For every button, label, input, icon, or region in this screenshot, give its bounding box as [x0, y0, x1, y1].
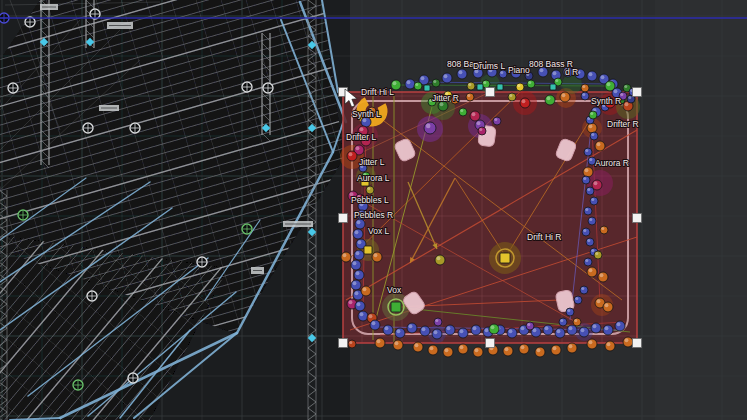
audio-object-dot[interactable]: [508, 93, 516, 101]
audio-object-dot[interactable]: [587, 71, 597, 81]
audio-object-dot[interactable]: [598, 272, 608, 282]
audio-object-dot[interactable]: [407, 323, 417, 333]
audio-object-dot[interactable]: [355, 301, 365, 311]
audio-object-dot[interactable]: [526, 322, 534, 330]
audio-object-dot[interactable]: [623, 337, 633, 347]
selection-handle[interactable]: [486, 339, 495, 348]
selection-handle[interactable]: [633, 339, 642, 348]
audio-object-dot[interactable]: [358, 311, 368, 321]
audio-object-dot[interactable]: [497, 84, 503, 90]
audio-object-dot[interactable]: [413, 342, 423, 352]
audio-object-dot[interactable]: [432, 79, 440, 87]
audio-object-dot[interactable]: [595, 141, 605, 151]
audio-object-dot[interactable]: [499, 70, 507, 78]
audio-object-dot[interactable]: [445, 325, 455, 335]
audio-object-dot[interactable]: [584, 148, 592, 156]
audio-object-dot[interactable]: [520, 98, 530, 108]
audio-object-dot[interactable]: [457, 69, 467, 79]
audio-object-dot[interactable]: [581, 92, 589, 100]
audio-object-dot[interactable]: [587, 339, 597, 349]
audio-object-dot[interactable]: [458, 328, 468, 338]
audio-object-dot[interactable]: [589, 111, 597, 119]
audio-object-dot[interactable]: [420, 326, 430, 336]
audio-object-dot[interactable]: [603, 302, 613, 312]
audio-object-dot[interactable]: [477, 84, 483, 90]
selection-handle[interactable]: [339, 214, 348, 223]
audio-object-dot[interactable]: [600, 226, 608, 234]
audio-object-dot[interactable]: [516, 83, 524, 91]
selection-handle[interactable]: [633, 88, 642, 97]
audio-object-dot[interactable]: [590, 197, 598, 205]
audio-object-dot[interactable]: [353, 229, 363, 239]
audio-object-dot[interactable]: [375, 338, 385, 348]
audio-object-dot[interactable]: [383, 325, 393, 335]
audio-object-dot[interactable]: [372, 252, 382, 262]
audio-object-dot[interactable]: [527, 80, 535, 88]
audio-object-dot[interactable]: [467, 82, 475, 90]
audio-object-dot[interactable]: [466, 93, 474, 101]
audio-object-dot[interactable]: [473, 347, 483, 357]
audio-object-dot[interactable]: [458, 344, 468, 354]
audio-object-dot[interactable]: [574, 296, 582, 304]
audio-object-dot[interactable]: [545, 95, 555, 105]
audio-object-dot[interactable]: [354, 270, 364, 280]
selection-handle[interactable]: [486, 88, 495, 97]
audio-object-dot[interactable]: [591, 323, 601, 333]
audio-object-dot[interactable]: [424, 85, 430, 91]
audio-object-dot[interactable]: [588, 217, 596, 225]
audio-object-dot[interactable]: [559, 318, 567, 326]
audio-object-dot[interactable]: [503, 346, 513, 356]
audio-object-dot[interactable]: [573, 318, 581, 326]
audio-object-dot[interactable]: [351, 260, 361, 270]
audio-object-dot[interactable]: [584, 258, 592, 266]
audio-object-dot[interactable]: [470, 111, 480, 121]
audio-object-dot[interactable]: [493, 117, 501, 125]
audio-object-dot[interactable]: [459, 108, 467, 116]
audio-object-dot[interactable]: [355, 219, 365, 229]
audio-object-dot[interactable]: [550, 84, 556, 90]
audio-object-dot[interactable]: [586, 238, 594, 246]
audio-object-dot[interactable]: [341, 252, 351, 262]
audio-object-dot[interactable]: [364, 246, 372, 254]
audio-object-dot[interactable]: [590, 132, 598, 140]
audio-object-dot[interactable]: [489, 324, 499, 334]
audio-object-dot[interactable]: [592, 180, 602, 190]
audio-object-dot[interactable]: [414, 82, 422, 90]
audio-object-dot[interactable]: [580, 286, 588, 294]
audio-object-dot[interactable]: [443, 347, 453, 357]
audio-object-dot[interactable]: [435, 255, 445, 265]
audio-object-dot[interactable]: [560, 92, 570, 102]
selection-handle[interactable]: [339, 339, 348, 348]
audio-object-dot[interactable]: [582, 176, 590, 184]
audio-object-dot[interactable]: [424, 122, 436, 134]
audio-object-dot[interactable]: [579, 327, 589, 337]
audio-object-dot[interactable]: [393, 340, 403, 350]
audio-object-dot[interactable]: [605, 341, 615, 351]
audio-object-dot[interactable]: [581, 84, 589, 92]
audio-object-dot[interactable]: [405, 79, 415, 89]
audio-object-dot[interactable]: [535, 347, 545, 357]
audio-object-dot[interactable]: [543, 325, 553, 335]
audio-object-dot[interactable]: [434, 318, 442, 326]
audio-object-dot[interactable]: [583, 167, 593, 177]
audio-object-dot[interactable]: [432, 329, 442, 339]
selection-handle[interactable]: [633, 214, 642, 223]
audio-object-dot[interactable]: [351, 280, 361, 290]
audio-object-dot[interactable]: [471, 325, 481, 335]
audio-object-dot[interactable]: [500, 253, 510, 263]
audio-object-dot[interactable]: [587, 267, 597, 277]
audio-object-dot[interactable]: [354, 250, 364, 260]
audio-object-dot[interactable]: [478, 127, 486, 135]
scene-svg[interactable]: 808 Bass LDrums LPiano808 Bass Rd RJitte…: [0, 0, 747, 420]
editor-canvas[interactable]: 808 Bass LDrums LPiano808 Bass Rd RJitte…: [0, 0, 747, 420]
audio-object-dot[interactable]: [566, 308, 574, 316]
audio-object-dot[interactable]: [551, 345, 561, 355]
audio-object-dot[interactable]: [594, 251, 602, 259]
audio-object-dot[interactable]: [603, 325, 613, 335]
audio-object-dot[interactable]: [391, 302, 401, 312]
audio-object-dot[interactable]: [582, 228, 590, 236]
audio-object-dot[interactable]: [361, 286, 371, 296]
audio-object-dot[interactable]: [347, 151, 357, 161]
audio-object-dot[interactable]: [366, 186, 374, 194]
audio-object-dot[interactable]: [348, 340, 356, 348]
